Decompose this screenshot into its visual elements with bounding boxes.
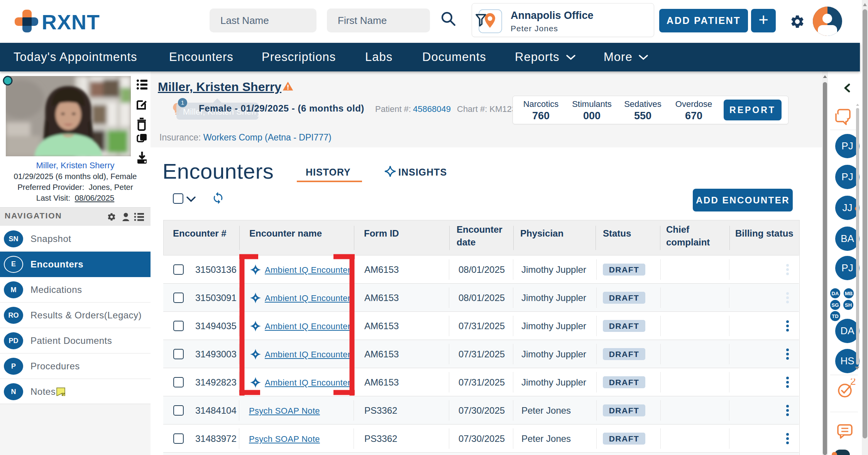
svg-text:RXNT: RXNT	[42, 10, 100, 34]
svg-text:2: 2	[850, 379, 856, 387]
